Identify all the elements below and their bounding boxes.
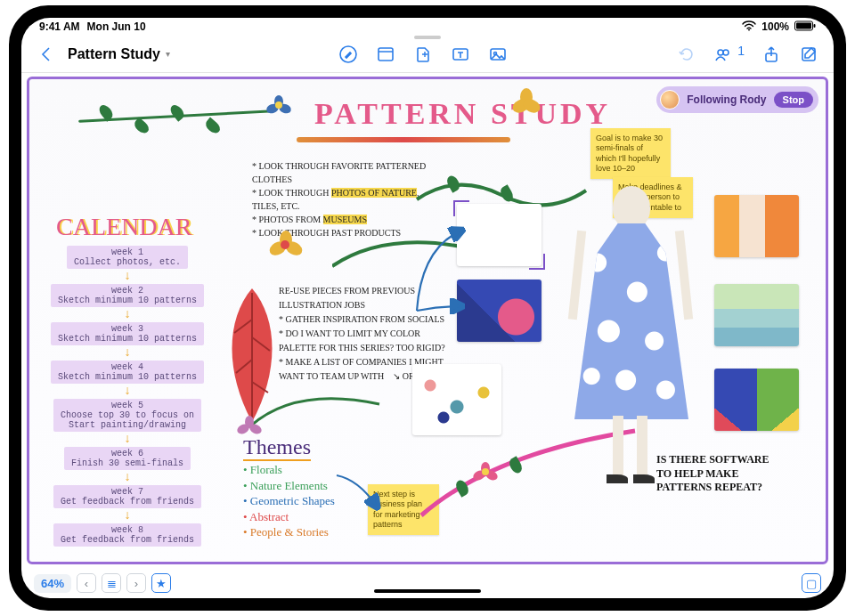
pen-tool-button[interactable] [338, 44, 359, 65]
pattern-swatch-rays[interactable] [714, 369, 799, 431]
arrow-down-icon: ↓ [124, 509, 131, 522]
vine-decoration [250, 377, 384, 440]
handwritten-question: IS THERE SOFTWARE TO HELP MAKE PATTERNS … [656, 453, 781, 495]
home-indicator[interactable] [374, 589, 481, 593]
flower-icon [239, 416, 260, 437]
theme-item: • Geometric Shapes [243, 493, 335, 509]
screen: 9:41 AM Mon Jun 10 100% Pattern Study ▾ [21, 18, 834, 598]
arrow-down-icon: ↓ [124, 308, 131, 320]
calendar-week: week 1Collect photos, etc. [67, 246, 188, 269]
svg-rect-5 [379, 48, 393, 61]
freeform-board[interactable]: Following Rody Stop PATTERN STUDY [27, 77, 828, 564]
leaf-icon [132, 118, 151, 136]
collaborators-button[interactable] [712, 44, 734, 65]
arrow-down-icon: ↓ [124, 471, 131, 483]
calendar-heading: CALENDAR [56, 213, 191, 241]
chevron-down-icon[interactable]: ▾ [166, 49, 170, 59]
themes-list: • Florals • Nature Elements • Geometric … [243, 462, 335, 540]
svg-rect-3 [814, 24, 816, 28]
flower-icon [268, 95, 289, 117]
svg-point-11 [723, 50, 729, 55]
theme-item: • People & Stories [243, 524, 335, 540]
text-box-button[interactable] [450, 44, 471, 65]
back-button[interactable] [36, 44, 57, 65]
nav-prev-button[interactable]: ‹ [77, 573, 96, 593]
file-insert-button[interactable] [412, 44, 434, 65]
svg-point-0 [748, 28, 750, 30]
insert-tool-group [338, 44, 509, 65]
status-time: 9:41 AM [39, 20, 80, 33]
minimap-button[interactable]: ▢ [802, 573, 821, 593]
dress-illustration[interactable] [564, 186, 697, 484]
calendar-column: week 1Collect photos, etc. ↓ week 2Sketc… [47, 244, 208, 547]
calendar-week: week 2Sketch minimum 10 patterns [51, 284, 204, 307]
arrow-down-icon: ↓ [124, 433, 131, 445]
scenes-list-button[interactable]: ≣ [102, 573, 121, 593]
image-insert-button[interactable] [487, 44, 509, 65]
calendar-week: week 6Finish 30 semi-finals [64, 447, 191, 470]
note-line: * LOOK THROUGH FAVORITE PATTERNED CLOTHE… [252, 159, 430, 186]
flower-icon [270, 231, 302, 263]
arrow-down-icon: ↓ [124, 270, 131, 282]
note-line: * DO I WANT TO LIMIT MY COLOR PALETTE FO… [279, 327, 457, 355]
battery-percent: 100% [761, 20, 789, 33]
nav-next-button[interactable]: › [126, 573, 146, 593]
svg-point-10 [718, 50, 723, 55]
calendar-week: week 5Choose top 30 to focus on Start pa… [53, 399, 201, 432]
pattern-swatch-stripes[interactable] [714, 195, 799, 257]
theme-item: • Florals [243, 462, 335, 478]
stop-following-button[interactable]: Stop [774, 92, 813, 108]
arrow-down-icon: ↓ [124, 385, 131, 397]
status-bar: 9:41 AM Mon Jun 10 100% [21, 18, 834, 36]
calendar-week: week 3Sketch minimum 10 patterns [51, 322, 204, 345]
leaf-icon [203, 118, 223, 136]
collaborator-count: 1 [737, 44, 745, 65]
right-tool-group: 1 [675, 44, 819, 65]
ipad-frame: 9:41 AM Mon Jun 10 100% Pattern Study ▾ [9, 5, 846, 611]
status-date: Mon Jun 10 [87, 20, 146, 33]
connector-arrow [332, 471, 386, 515]
undo-button[interactable] [675, 44, 696, 65]
compose-button[interactable] [798, 44, 819, 65]
svg-rect-2 [796, 22, 811, 28]
flower-icon [515, 88, 536, 109]
share-button[interactable] [761, 44, 782, 65]
vine-decoration [297, 137, 510, 142]
app-toolbar: Pattern Study ▾ [21, 36, 834, 73]
zoom-level[interactable]: 64% [34, 574, 71, 593]
wifi-icon [742, 20, 756, 34]
arrow-down-icon: ↓ [124, 346, 131, 359]
calendar-week: week 8Get feedback from friends [53, 523, 201, 547]
flower-icon [475, 462, 496, 483]
pattern-swatch-watercolor[interactable] [714, 284, 799, 346]
calendar-week: week 4Sketch minimum 10 patterns [51, 361, 204, 384]
note-line: * LOOK THROUGH PHOTOS OF NATURE, TILES, … [252, 186, 430, 213]
battery-icon [794, 20, 816, 34]
following-label: Following Rody [687, 93, 766, 106]
theme-item: • Nature Elements [243, 478, 335, 494]
sticky-note-button[interactable] [375, 44, 396, 65]
favorite-scene-button[interactable]: ★ [151, 573, 171, 593]
leaf-icon [168, 102, 187, 122]
connector-arrow [412, 222, 475, 320]
canvas-viewport[interactable]: Following Rody Stop PATTERN STUDY [21, 73, 834, 568]
board-title[interactable]: Pattern Study [68, 46, 160, 62]
calendar-week: week 7Get feedback from friends [53, 485, 201, 508]
sticky-note[interactable]: Goal is to make 30 semi-finals of which … [590, 128, 671, 179]
avatar [660, 90, 680, 109]
following-indicator: Following Rody Stop [656, 86, 818, 113]
theme-item: • Abstract [243, 509, 335, 525]
bottom-toolbar: 64% ‹ ≣ › ★ ▢ [21, 568, 834, 598]
board-heading: PATTERN STUDY [314, 97, 611, 131]
